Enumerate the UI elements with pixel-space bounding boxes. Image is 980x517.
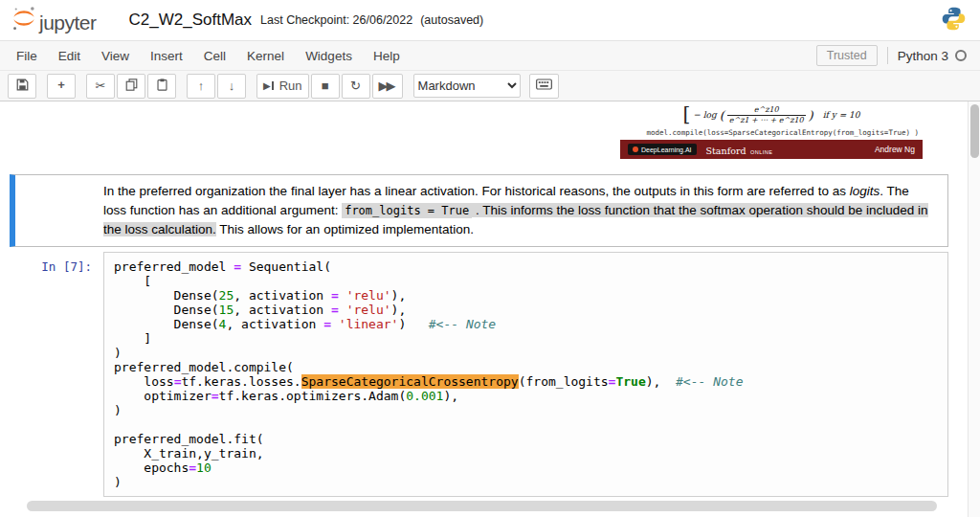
slide-author: Andrew Ng xyxy=(875,145,915,154)
menu-item-kernel[interactable]: Kernel xyxy=(236,44,295,68)
output-scroll-bar[interactable] xyxy=(27,501,937,511)
code-line xyxy=(114,417,938,432)
code-line: optimizer=tf.keras.optimizers.Adam(0.001… xyxy=(114,389,938,403)
kernel-name: Python 3 xyxy=(898,49,948,63)
deeplearning-ai-logo: DeepLearning.AI xyxy=(628,144,697,155)
header: jupyter C2_W2_SoftMax Last Checkpoint: 2… xyxy=(0,0,980,40)
deeplearning-ai-icon xyxy=(633,146,638,152)
command-palette-button[interactable] xyxy=(529,74,559,99)
menubar-right: Trusted Python 3 xyxy=(816,45,974,66)
run-button[interactable]: ▶ Run xyxy=(256,74,309,99)
cell-type-select[interactable]: Markdown xyxy=(413,74,521,98)
python-logo-icon xyxy=(941,6,967,35)
plus-icon: + xyxy=(57,79,65,91)
interrupt-kernel-button[interactable]: ■ xyxy=(311,74,340,99)
refresh-icon: ↻ xyxy=(350,79,361,92)
arrow-down-icon: ↓ xyxy=(229,79,235,92)
save-icon xyxy=(16,79,29,94)
code-line: [ xyxy=(114,274,938,288)
run-label: Run xyxy=(279,79,302,93)
checkpoint-status: Last Checkpoint: 26/06/2022 xyxy=(260,13,412,27)
clipboard-icon xyxy=(156,79,168,94)
markdown-cell-gutter xyxy=(15,175,103,246)
code-line: preferred_model.compile( xyxy=(114,360,938,374)
menu-item-edit[interactable]: Edit xyxy=(48,44,91,68)
restart-kernel-button[interactable]: ↻ xyxy=(342,74,370,99)
cut-cell-button[interactable]: ✂ xyxy=(86,74,115,99)
kernel-idle-icon xyxy=(955,50,967,61)
code-editor[interactable]: preferred_model = Sequential( [ Dense(25… xyxy=(103,252,948,497)
stanford-logo: Stanford ONLINE xyxy=(706,141,773,158)
code-line: epochs=10 xyxy=(114,461,938,475)
menubar: FileEditViewInsertCellKernelWidgetsHelp … xyxy=(0,41,980,71)
stop-icon: ■ xyxy=(322,79,329,92)
slide-banner: DeepLearning.AI Stanford ONLINE Andrew N… xyxy=(620,140,923,159)
input-prompt: In [7]: xyxy=(10,252,103,497)
lecture-slide: [ − log ( e^z10 e^z1 + ··· + e^z10 ) if … xyxy=(620,101,923,159)
code-cell[interactable]: In [7]: preferred_model = Sequential( [ … xyxy=(10,252,948,497)
paste-cell-button[interactable] xyxy=(147,74,176,99)
markdown-cell[interactable]: In the preferred organization the final … xyxy=(10,174,948,247)
run-icon: ▶ xyxy=(263,80,271,91)
notebook-title[interactable]: C2_W2_SoftMax xyxy=(129,11,253,30)
copy-icon xyxy=(125,79,138,94)
scrollbar-thumb[interactable] xyxy=(970,104,979,158)
menu-item-cell[interactable]: Cell xyxy=(193,44,236,68)
slide-formula: [ − log ( e^z10 e^z1 + ··· + e^z10 ) if … xyxy=(620,101,923,128)
code-line: preferred_model.fit( xyxy=(114,432,938,446)
scrollbar[interactable] xyxy=(968,101,980,517)
jupyter-planet-icon xyxy=(11,6,36,34)
menu-item-file[interactable]: File xyxy=(6,44,48,68)
code-line: Dense(4, activation = 'linear') #<-- Not… xyxy=(114,317,938,331)
add-cell-button[interactable]: + xyxy=(47,74,76,99)
slide-code-line: model.compile(loss=SparseCategoricalEntr… xyxy=(620,128,923,137)
scissors-icon: ✂ xyxy=(96,79,106,92)
menu-item-help[interactable]: Help xyxy=(363,44,411,68)
markdown-text: In the preferred organization the final … xyxy=(103,175,947,246)
code-lines: preferred_model = Sequential( [ Dense(25… xyxy=(114,259,938,489)
autosave-status: (autosaved) xyxy=(420,13,483,27)
menu-item-view[interactable]: View xyxy=(91,44,140,68)
notebook-chrome: FileEditViewInsertCellKernelWidgetsHelp … xyxy=(0,40,980,101)
code-line: ] xyxy=(114,331,938,346)
divider xyxy=(887,47,888,64)
code-line: X_train,y_train, xyxy=(114,446,938,461)
markdown-segment-p: This allows for an optimized implementat… xyxy=(216,222,474,236)
jupyter-wordmark: jupyter xyxy=(39,12,97,34)
fast-forward-icon: ▶▶ xyxy=(379,79,396,92)
jupyter-logo[interactable]: jupyter xyxy=(11,6,97,34)
save-button[interactable] xyxy=(8,74,36,99)
menubar-items: FileEditViewInsertCellKernelWidgetsHelp xyxy=(6,44,411,68)
code-line: Dense(15, activation = 'relu'), xyxy=(114,303,938,317)
markdown-segment-p: In the preferred organization the final … xyxy=(103,184,850,198)
restart-run-all-button[interactable]: ▶▶ xyxy=(372,74,403,99)
markdown-segment-code: from_logits = True xyxy=(342,203,472,218)
move-cell-down-button[interactable]: ↓ xyxy=(217,74,246,99)
code-line: loss=tf.keras.losses.SparseCategoricalCr… xyxy=(114,374,938,389)
code-line: ) xyxy=(114,475,938,489)
arrow-up-icon: ↑ xyxy=(198,79,205,92)
formula-fraction: e^z10 e^z1 + ··· + e^z10 xyxy=(727,105,806,124)
notebook-container: [ − log ( e^z10 e^z1 + ··· + e^z10 ) if … xyxy=(0,101,980,517)
keyboard-icon xyxy=(536,79,552,93)
markdown-segment-i: logits xyxy=(850,184,880,198)
toolbar: + ✂ ↑ ↓ ▶ Run ■ ↻ xyxy=(0,71,980,101)
move-cell-up-button[interactable]: ↑ xyxy=(187,74,215,99)
menu-item-widgets[interactable]: Widgets xyxy=(295,44,363,68)
copy-cell-button[interactable] xyxy=(117,74,145,99)
code-line: preferred_model = Sequential( xyxy=(114,259,938,274)
search-highlight: SparseCategoricalCrossentropy xyxy=(301,374,519,389)
menu-item-insert[interactable]: Insert xyxy=(140,44,193,68)
code-line: Dense(25, activation = 'relu'), xyxy=(114,288,938,303)
code-line: ) xyxy=(114,403,938,417)
trusted-badge: Trusted xyxy=(816,45,878,66)
code-line: ) xyxy=(114,346,938,360)
